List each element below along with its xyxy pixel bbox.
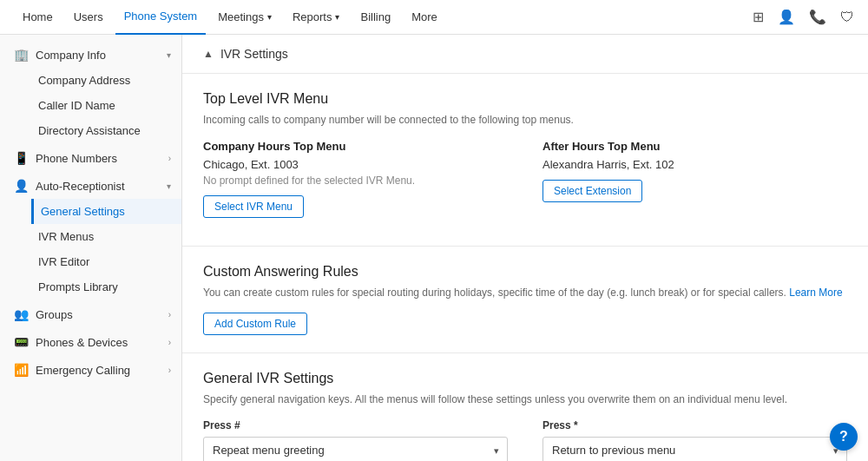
sidebar-section-company-info: 🏢 Company Info ▾ Company Address Caller … [0, 42, 181, 143]
general-ivr-section: General IVR Settings Specify general nav… [182, 353, 868, 461]
select-ivr-menu-button[interactable]: Select IVR Menu [203, 195, 304, 218]
press-star-col: Press * Return to previous menu Go to ma… [542, 419, 847, 461]
nav-phone-system[interactable]: Phone System [115, 0, 207, 35]
nav-home[interactable]: Home [14, 0, 62, 35]
sidebar-item-directory[interactable]: Directory Assistance [31, 118, 181, 143]
meetings-chevron: ▾ [267, 12, 272, 22]
sidebar-item-ivr-editor[interactable]: IVR Editor [31, 249, 181, 274]
phone-numbers-chevron: › [168, 154, 171, 163]
sidebar-section-phone-numbers: 📱 Phone Numbers › [0, 145, 181, 171]
after-hours-label: After Hours Top Menu [542, 140, 847, 153]
learn-more-link[interactable]: Learn More [789, 286, 842, 299]
sidebar-item-prompts-library[interactable]: Prompts Library [31, 274, 181, 300]
top-level-ivr-title: Top Level IVR Menu [203, 91, 847, 107]
general-ivr-desc: Specify general navigation keys. All the… [203, 393, 847, 405]
custom-rules-section: Custom Answering Rules You can create cu… [182, 247, 868, 353]
company-hours-value: Chicago, Ext. 1003 [203, 158, 508, 171]
ivr-columns: Company Hours Top Menu Chicago, Ext. 100… [203, 140, 847, 218]
person-add-icon[interactable]: 👤 [778, 9, 795, 25]
reports-chevron: ▾ [335, 12, 339, 22]
groups-chevron: › [168, 310, 171, 319]
shield-icon[interactable]: 🛡 [840, 10, 854, 25]
devices-icon: 📟 [14, 335, 29, 349]
auto-receptionist-chevron: ▾ [167, 181, 171, 191]
custom-rules-title: Custom Answering Rules [203, 264, 847, 280]
press-star-select-wrapper: Return to previous menu Go to main menu … [542, 437, 847, 461]
phone-sidebar-icon: 📱 [14, 151, 29, 165]
nav-meetings[interactable]: Meetings ▾ [209, 0, 280, 35]
company-hours-label: Company Hours Top Menu [203, 140, 508, 153]
groups-icon: 👥 [14, 307, 29, 321]
main-content: ▲ IVR Settings Top Level IVR Menu Incomi… [182, 35, 868, 461]
emergency-icon: 📶 [14, 363, 29, 377]
sidebar-sub-auto-receptionist: General Settings IVR Menus IVR Editor Pr… [0, 199, 181, 300]
sidebar-item-caller-id[interactable]: Caller ID Name [31, 93, 181, 118]
nav-billing[interactable]: Billing [352, 0, 399, 35]
collapse-icon[interactable]: ▲ [203, 48, 214, 60]
top-level-ivr-section: Top Level IVR Menu Incoming calls to com… [182, 74, 868, 247]
press-hash-select-wrapper: Repeat menu greeting Go to main menu Dis… [203, 437, 508, 461]
auto-receptionist-icon: 👤 [14, 179, 29, 193]
grid-icon[interactable]: ⊞ [753, 9, 764, 25]
phones-devices-chevron: › [168, 338, 171, 347]
press-star-label: Press * [542, 419, 847, 431]
sidebar-item-phones-devices[interactable]: 📟 Phones & Devices › [0, 329, 181, 355]
main-layout: 🏢 Company Info ▾ Company Address Caller … [0, 35, 868, 461]
sidebar-sub-company-info: Company Address Caller ID Name Directory… [0, 68, 181, 143]
sidebar-item-auto-receptionist[interactable]: 👤 Auto-Receptionist ▾ [0, 173, 181, 199]
after-hours-col: After Hours Top Menu Alexandra Harris, E… [542, 140, 847, 218]
top-level-ivr-desc: Incoming calls to company number will be… [203, 114, 847, 126]
building-icon: 🏢 [14, 48, 29, 62]
sidebar-section-emergency: 📶 Emergency Calling › [0, 357, 181, 383]
emergency-chevron: › [168, 366, 171, 375]
top-nav: Home Users Phone System Meetings ▾ Repor… [0, 0, 868, 35]
press-hash-col: Press # Repeat menu greeting Go to main … [203, 419, 508, 461]
press-hash-label: Press # [203, 419, 508, 431]
help-button[interactable]: ? [830, 423, 858, 451]
sidebar-item-company-info[interactable]: 🏢 Company Info ▾ [0, 42, 181, 68]
after-hours-value: Alexandra Harris, Ext. 102 [542, 158, 847, 171]
sidebar-item-phone-numbers[interactable]: 📱 Phone Numbers › [0, 145, 181, 171]
press-hash-select[interactable]: Repeat menu greeting Go to main menu Dis… [203, 437, 508, 461]
sidebar-section-auto-receptionist: 👤 Auto-Receptionist ▾ General Settings I… [0, 173, 181, 300]
select-extension-button[interactable]: Select Extension [542, 180, 642, 202]
nav-icons: ⊞ 👤 📞 🛡 [753, 9, 854, 25]
general-ivr-title: General IVR Settings [203, 371, 847, 386]
sidebar-item-emergency-calling[interactable]: 📶 Emergency Calling › [0, 357, 181, 383]
sidebar-item-general-settings[interactable]: General Settings [31, 199, 181, 224]
sidebar-item-company-address[interactable]: Company Address [31, 68, 181, 93]
nav-users[interactable]: Users [65, 0, 112, 35]
press-row: Press # Repeat menu greeting Go to main … [203, 419, 847, 461]
nav-more[interactable]: More [403, 0, 446, 35]
press-star-select[interactable]: Return to previous menu Go to main menu … [542, 437, 847, 461]
sidebar: 🏢 Company Info ▾ Company Address Caller … [0, 35, 182, 461]
ivr-settings-header: ▲ IVR Settings [182, 35, 868, 74]
custom-rules-desc: You can create custom rules for special … [203, 286, 847, 299]
no-prompt-text: No prompt defined for the selected IVR M… [203, 175, 508, 187]
ivr-settings-title: IVR Settings [220, 47, 288, 61]
add-custom-rule-button[interactable]: Add Custom Rule [203, 313, 307, 335]
company-hours-col: Company Hours Top Menu Chicago, Ext. 100… [203, 140, 508, 218]
phone-nav-icon[interactable]: 📞 [809, 9, 826, 25]
sidebar-section-phones-devices: 📟 Phones & Devices › [0, 329, 181, 355]
nav-reports[interactable]: Reports ▾ [284, 0, 349, 35]
sidebar-section-groups: 👥 Groups › [0, 301, 181, 327]
sidebar-item-ivr-menus[interactable]: IVR Menus [31, 224, 181, 249]
sidebar-item-groups[interactable]: 👥 Groups › [0, 301, 181, 327]
company-info-chevron: ▾ [167, 50, 171, 60]
